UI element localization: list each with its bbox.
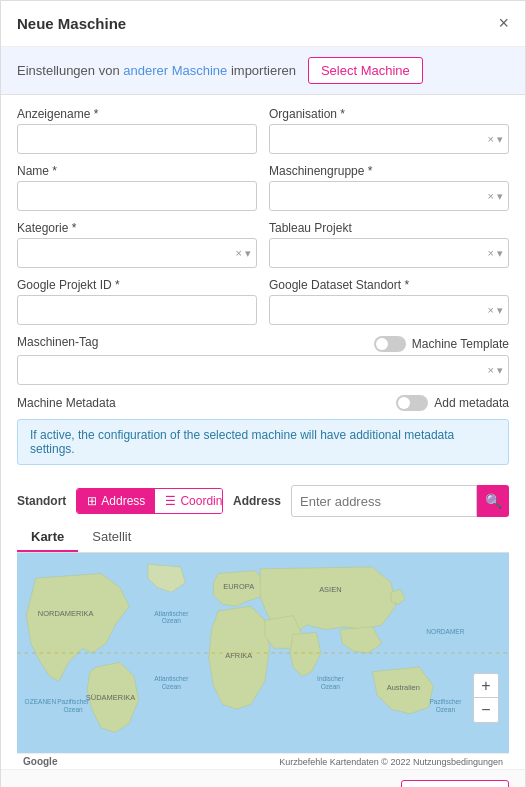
map-container: NORDAMERIKA SÜDAMERIKA EUROPA AFRIKA ASI…: [17, 553, 509, 753]
standort-tab-group: ⊞ Address ☰ Coordinates: [76, 488, 223, 514]
machine-metadata-row: Machine Metadata Add metadata: [17, 395, 509, 411]
svg-text:AFRIKA: AFRIKA: [225, 651, 252, 660]
tab-address-button[interactable]: ⊞ Address: [77, 489, 155, 513]
maschinengruppe-input[interactable]: [269, 181, 509, 211]
add-metadata-toggle[interactable]: [396, 395, 428, 411]
svg-text:NORDAMERIKA: NORDAMERIKA: [38, 609, 94, 618]
google-dataset-input[interactable]: EU: [269, 295, 509, 325]
organisation-input[interactable]: [269, 124, 509, 154]
search-icon: 🔍: [485, 493, 502, 509]
google-projekt-label: Google Projekt ID *: [17, 278, 257, 292]
maschinengruppe-label: Maschinengruppe *: [269, 164, 509, 178]
name-label: Name *: [17, 164, 257, 178]
import-banner: Einstellungen von anderer Maschine impor…: [1, 47, 525, 95]
anzeigename-group: Anzeigename *: [17, 107, 257, 154]
google-dataset-select-icons: × ▾: [488, 304, 503, 317]
machine-template-label: Machine Template: [412, 337, 509, 351]
svg-text:ASIEN: ASIEN: [319, 585, 341, 594]
google-dataset-label: Google Dataset Standort *: [269, 278, 509, 292]
tableau-select-icons: × ▾: [488, 247, 503, 260]
neue-maschine-dialog: Neue Maschine × Einstellungen von andere…: [0, 0, 526, 787]
maschinen-tag-input[interactable]: [17, 355, 509, 385]
anzeigename-input[interactable]: [17, 124, 257, 154]
dialog-title: Neue Maschine: [17, 15, 126, 32]
machine-metadata-label: Machine Metadata: [17, 396, 116, 410]
kategorie-input[interactable]: [17, 238, 257, 268]
address-icon: ⊞: [87, 494, 97, 508]
dialog-body: Einstellungen von anderer Maschine impor…: [1, 47, 525, 787]
import-highlight: anderer Maschine: [123, 63, 227, 78]
add-metadata-toggle-group: Add metadata: [396, 395, 509, 411]
maschinen-tag-section: Maschinen-Tag Machine Template × ▾: [17, 335, 509, 385]
form-row-3: Kategorie * × ▾ Tableau Projekt × ▾: [17, 221, 509, 268]
address-label: Address: [233, 494, 281, 508]
import-text: Einstellungen von anderer Maschine impor…: [17, 63, 296, 78]
organisation-select-icons: × ▾: [488, 133, 503, 146]
organisation-group: Organisation * × ▾: [269, 107, 509, 154]
maschinengruppe-select-wrapper: × ▾: [269, 181, 509, 211]
map-footer: Google Kurzbefehle Kartendaten © 2022 Nu…: [17, 753, 509, 769]
tableau-select-wrapper: × ▾: [269, 238, 509, 268]
zoom-in-button[interactable]: +: [474, 674, 498, 698]
machine-template-toggle[interactable]: [374, 336, 406, 352]
add-metadata-label: Add metadata: [434, 396, 509, 410]
svg-text:SÜDAMERIKA: SÜDAMERIKA: [86, 693, 135, 702]
dialog-header: Neue Maschine ×: [1, 1, 525, 47]
google-dataset-group: Google Dataset Standort * EU × ▾: [269, 278, 509, 325]
google-projekt-group: Google Projekt ID * scitis-portal-dev: [17, 278, 257, 325]
show-address-button[interactable]: Show address: [401, 780, 509, 787]
name-group: Name *: [17, 164, 257, 211]
name-input[interactable]: [17, 181, 257, 211]
svg-text:Australien: Australien: [387, 683, 420, 692]
address-search-button[interactable]: 🔍: [477, 485, 509, 517]
tab-coordinates-label: Coordinates: [180, 494, 223, 508]
standort-label: Standort: [17, 494, 66, 508]
tag-row-header: Maschinen-Tag Machine Template: [17, 335, 509, 352]
standort-section: Standort ⊞ Address ☰ Coordinates Address: [1, 485, 525, 769]
svg-text:OZEANEN: OZEANEN: [25, 698, 57, 705]
map-zoom-controls: + −: [473, 673, 499, 723]
maschinengruppe-select-icons: × ▾: [488, 190, 503, 203]
svg-text:NORDAMER: NORDAMER: [426, 628, 464, 635]
machine-template-toggle-group: Machine Template: [374, 336, 509, 352]
tableau-group: Tableau Projekt × ▾: [269, 221, 509, 268]
kategorie-group: Kategorie * × ▾: [17, 221, 257, 268]
google-logo: Google: [23, 756, 57, 767]
kategorie-select-icons: × ▾: [236, 247, 251, 260]
google-dataset-select-wrapper: EU × ▾: [269, 295, 509, 325]
maschinen-tag-select-icons: × ▾: [488, 364, 503, 377]
form-row-2: Name * Maschinengruppe * × ▾: [17, 164, 509, 211]
google-projekt-input[interactable]: scitis-portal-dev: [17, 295, 257, 325]
tab-address-label: Address: [101, 494, 145, 508]
standort-header-row: Standort ⊞ Address ☰ Coordinates Address: [17, 485, 509, 517]
anzeigename-label: Anzeigename *: [17, 107, 257, 121]
form-area: Anzeigename * Organisation * × ▾ Name *: [1, 95, 525, 485]
address-search-input[interactable]: [291, 485, 477, 517]
kategorie-label: Kategorie *: [17, 221, 257, 235]
world-map-svg: NORDAMERIKA SÜDAMERIKA EUROPA AFRIKA ASI…: [17, 553, 509, 753]
tab-coordinates-button[interactable]: ☰ Coordinates: [155, 489, 223, 513]
close-button[interactable]: ×: [498, 13, 509, 34]
tableau-input[interactable]: [269, 238, 509, 268]
map-tab-satellit[interactable]: Satellit: [78, 523, 145, 552]
organisation-label: Organisation *: [269, 107, 509, 121]
metadata-info-banner: If active, the configuration of the sele…: [17, 419, 509, 465]
zoom-out-button[interactable]: −: [474, 698, 498, 722]
address-search-group: 🔍: [291, 485, 509, 517]
map-footer-right: Kurzbefehle Kartendaten © 2022 Nutzungsb…: [279, 757, 503, 767]
kategorie-select-wrapper: × ▾: [17, 238, 257, 268]
maschinen-tag-label: Maschinen-Tag: [17, 335, 98, 349]
svg-text:EUROPA: EUROPA: [223, 582, 254, 591]
map-tab-karte[interactable]: Karte: [17, 523, 78, 552]
metadata-info-text: If active, the configuration of the sele…: [30, 428, 454, 456]
organisation-select-wrapper: × ▾: [269, 124, 509, 154]
maschinen-tag-select-wrapper: × ▾: [17, 355, 509, 385]
form-row-4: Google Projekt ID * scitis-portal-dev Go…: [17, 278, 509, 325]
address-form-footer: Address form Show address: [1, 769, 525, 787]
coordinates-icon: ☰: [165, 494, 176, 508]
maschinengruppe-group: Maschinengruppe * × ▾: [269, 164, 509, 211]
form-row-1: Anzeigename * Organisation * × ▾: [17, 107, 509, 154]
map-tabs: Karte Satellit: [17, 523, 509, 553]
select-machine-button[interactable]: Select Machine: [308, 57, 423, 84]
tableau-label: Tableau Projekt: [269, 221, 509, 235]
